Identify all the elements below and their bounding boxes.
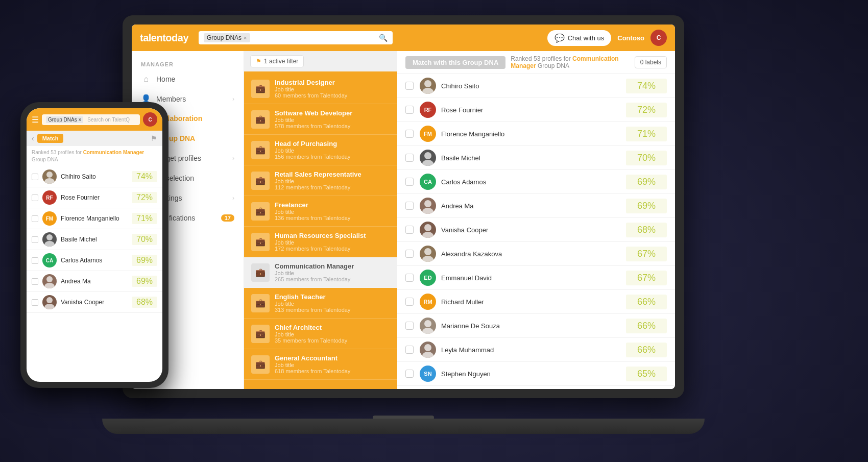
phone-menu-icon[interactable]: ☰ (32, 115, 39, 125)
phone-search-tag-close[interactable]: × (78, 117, 81, 123)
phone-filter-icon[interactable]: ⚑ (151, 134, 157, 142)
job-item[interactable]: 💼 Human Resources Specialist Job title 1… (244, 227, 397, 257)
candidate-checkbox[interactable] (405, 154, 414, 162)
labels-button[interactable]: 0 labels (635, 56, 667, 68)
candidate-row[interactable]: RM Richard Muller 66% (397, 290, 675, 314)
candidate-checkbox[interactable] (405, 178, 414, 186)
candidate-checkbox[interactable] (405, 298, 414, 306)
job-icon: 💼 (251, 233, 270, 251)
phone-candidate-score: 71% (132, 213, 157, 224)
job-item[interactable]: 💼 English Teacher Job title 313 members … (244, 288, 397, 319)
candidate-checkbox[interactable] (405, 274, 414, 282)
candidate-checkbox[interactable] (405, 82, 414, 90)
phone-candidate-avatar: RF (42, 190, 57, 205)
phone-candidate-row[interactable]: Basile Michel 70% (27, 229, 162, 250)
svg-point-0 (424, 80, 431, 87)
job-info: Head of Purchasing Job title 156 members… (275, 140, 390, 160)
job-info: Communication Manager Job title 265 memb… (275, 262, 390, 282)
score-background: 69% (626, 175, 667, 189)
job-item[interactable]: 💼 Freelancer Job title 136 members from … (244, 196, 397, 227)
company-name: Contoso (617, 34, 644, 42)
phone-match-description: Ranked 53 profiles for Communication Man… (27, 146, 162, 166)
job-title: Industrial Designer (275, 79, 390, 86)
job-item[interactable]: 💼 Chief Architect Job title 35 members f… (244, 319, 397, 349)
job-item[interactable]: 💼 Software Web Developer Job title 578 m… (244, 104, 397, 135)
phone-candidate-name: Chihiro Saito (61, 173, 132, 180)
candidate-row[interactable]: Andrea Ma 69% (397, 194, 675, 218)
chat-button[interactable]: 💬 Chat with us (547, 30, 612, 46)
phone-candidate-checkbox[interactable] (32, 257, 38, 264)
search-tag[interactable]: Group DNAs × (204, 33, 250, 42)
score-background: 72% (626, 103, 667, 117)
candidate-checkbox[interactable] (405, 250, 414, 258)
candidate-row[interactable]: Marianne De Souza 66% (397, 314, 675, 338)
job-icon: 💼 (251, 172, 270, 190)
phone-candidate-checkbox[interactable] (32, 194, 38, 201)
phone-candidate-checkbox[interactable] (32, 174, 38, 180)
job-item[interactable]: 💼 Industrial Designer Job title 60 membe… (244, 74, 397, 104)
job-item[interactable]: 💼 Retail Sales Representative Job title … (244, 165, 397, 196)
candidate-avatar: RF (420, 102, 436, 118)
job-info: English Teacher Job title 313 members fr… (275, 293, 390, 313)
candidate-row[interactable]: FM Florence Manganiello 71% (397, 122, 675, 146)
search-bar[interactable]: Group DNAs × 🔍 (199, 31, 393, 44)
candidate-row[interactable]: Vanisha Cooper 68% (397, 218, 675, 242)
phone-search-bar[interactable]: Group DNAs × Search on TalentQ (42, 114, 140, 125)
phone-user-avatar[interactable]: C (143, 112, 157, 127)
search-input[interactable] (253, 34, 379, 42)
phone-candidate-checkbox[interactable] (32, 278, 38, 285)
candidate-row[interactable]: CA Carlos Adamos 69% (397, 170, 675, 194)
score-background: 68% (626, 223, 667, 237)
match-description: Ranked 53 profiles for Communication Man… (511, 55, 629, 69)
sidebar-item-home[interactable]: ⌂ Home (132, 69, 244, 89)
candidate-name: Chihiro Saito (441, 82, 626, 90)
candidate-row[interactable]: SF Sara Ferreira 65% (397, 386, 675, 389)
candidate-row[interactable]: Leyla Muhammad 66% (397, 338, 675, 362)
phone-candidate-row[interactable]: Chihiro Saito 74% (27, 166, 162, 187)
phone-candidate-row[interactable]: FM Florence Manganiello 71% (27, 208, 162, 229)
phone-candidate-checkbox[interactable] (32, 215, 38, 222)
candidate-row[interactable]: Alexandra Kazakova 67% (397, 242, 675, 266)
phone-candidate-row[interactable]: CA Carlos Adamos 69% (27, 250, 162, 271)
phone-match-button[interactable]: Match (37, 134, 64, 143)
phone-candidate-avatar: FM (42, 211, 57, 226)
search-tag-close[interactable]: × (244, 35, 247, 41)
job-item[interactable]: 💼 Head of Purchasing Job title 156 membe… (244, 135, 397, 165)
phone-candidate-checkbox[interactable] (32, 299, 38, 306)
candidate-checkbox[interactable] (405, 130, 414, 138)
job-item[interactable]: 💼 Communication Manager Job title 265 me… (244, 257, 397, 288)
target-arrow-icon: › (232, 155, 234, 162)
candidate-checkbox[interactable] (405, 106, 414, 114)
phone-candidate-row[interactable]: Andrea Ma 69% (27, 271, 162, 292)
candidate-checkbox[interactable] (405, 202, 414, 210)
candidate-checkbox[interactable] (405, 226, 414, 234)
candidate-row[interactable]: Basile Michel 70% (397, 146, 675, 170)
phone-candidate-name: Vanisha Cooper (61, 299, 132, 306)
score-background: 67% (626, 271, 667, 285)
phone-back-icon[interactable]: ‹ (32, 134, 34, 142)
candidate-avatar: ED (420, 270, 436, 286)
phone-candidate-checkbox[interactable] (32, 236, 38, 243)
candidate-checkbox[interactable] (405, 346, 414, 354)
candidate-checkbox[interactable] (405, 370, 414, 378)
candidate-checkbox[interactable] (405, 322, 414, 330)
phone-candidate-row[interactable]: Vanisha Cooper 68% (27, 292, 162, 313)
match-button[interactable]: Match with this Group DNA (405, 56, 505, 69)
candidate-row[interactable]: RF Rose Fournier 72% (397, 98, 675, 122)
phone-candidate-row[interactable]: RF Rose Fournier 72% (27, 187, 162, 208)
user-avatar[interactable]: C (650, 30, 667, 46)
candidate-row[interactable]: SN Stephen Nguyen 65% (397, 362, 675, 386)
svg-point-11 (422, 328, 433, 334)
job-icon: 💼 (251, 263, 270, 282)
job-members: 618 members from Talentoday (275, 368, 390, 374)
candidates-list: Chihiro Saito 74% RF Rose Fournier 72% F… (397, 74, 675, 389)
job-item[interactable]: 💼 General Accountant Job title 618 membe… (244, 349, 397, 380)
phone-candidate-name: Basile Michel (61, 236, 132, 243)
topbar: talentoday Group DNAs × 🔍 💬 Chat with us (132, 25, 675, 51)
candidate-score: 65% (637, 369, 656, 379)
filter-button[interactable]: ⚑ 1 active filter (250, 55, 304, 67)
phone-search-tag[interactable]: Group DNAs × (46, 116, 83, 123)
home-icon: ⌂ (141, 75, 151, 84)
candidate-row[interactable]: ED Emmanuel David 67% (397, 266, 675, 290)
candidate-row[interactable]: Chihiro Saito 74% (397, 74, 675, 98)
